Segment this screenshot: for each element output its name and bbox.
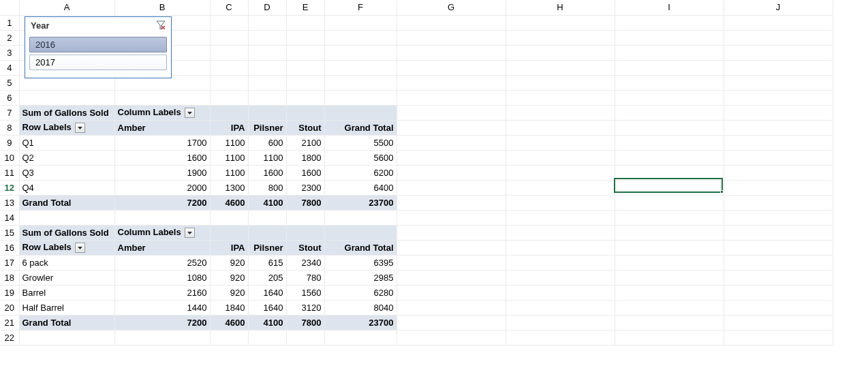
pivot-value[interactable]: 2300	[286, 180, 324, 195]
year-slicer[interactable]: Year 20162017	[25, 16, 172, 78]
pivot-column-header[interactable]: Grand Total	[324, 240, 397, 255]
pivot-value[interactable]: 8040	[324, 300, 397, 315]
cell[interactable]	[506, 330, 615, 345]
cell[interactable]	[248, 15, 286, 30]
cell[interactable]	[724, 120, 833, 135]
pivot-value[interactable]: 6280	[324, 285, 397, 300]
pivot-row-labels[interactable]: Row Labels	[19, 240, 114, 255]
cell[interactable]	[397, 75, 506, 90]
pivot-value[interactable]: 615	[248, 255, 286, 270]
pivot-grand-total-value[interactable]: 7800	[286, 315, 324, 330]
cell[interactable]	[397, 255, 506, 270]
row-header[interactable]: 15	[0, 225, 19, 240]
cell[interactable]	[615, 180, 724, 195]
cell[interactable]	[248, 105, 286, 120]
cell[interactable]	[286, 60, 324, 75]
cell[interactable]	[210, 90, 248, 105]
cell[interactable]	[615, 330, 724, 345]
cell[interactable]	[506, 240, 615, 255]
column-header[interactable]: I	[615, 0, 724, 15]
pivot-value[interactable]: 1900	[114, 165, 210, 180]
pivot-grand-total-value[interactable]: 23700	[324, 195, 397, 210]
cell[interactable]	[724, 210, 833, 225]
row-header[interactable]: 19	[0, 285, 19, 300]
cell[interactable]	[724, 195, 833, 210]
pivot-grand-total-value[interactable]: 4600	[210, 315, 248, 330]
pivot-column-header[interactable]: IPA	[210, 120, 248, 135]
cell[interactable]	[506, 300, 615, 315]
row-header[interactable]: 4	[0, 60, 19, 75]
pivot-column-header[interactable]: Amber	[114, 120, 210, 135]
cell[interactable]	[210, 15, 248, 30]
cell[interactable]	[506, 210, 615, 225]
pivot-measure-label[interactable]: Sum of Gallons Sold	[19, 105, 114, 120]
pivot-value[interactable]: 1560	[286, 285, 324, 300]
pivot-value[interactable]: 1600	[114, 150, 210, 165]
cell[interactable]	[724, 240, 833, 255]
pivot-value[interactable]: 600	[248, 135, 286, 150]
cell[interactable]	[248, 30, 286, 45]
cell[interactable]	[724, 180, 833, 195]
column-labels-filter-button[interactable]	[185, 228, 195, 238]
cell[interactable]	[286, 45, 324, 60]
pivot-value[interactable]: 1840	[210, 300, 248, 315]
pivot-row-label[interactable]: Q2	[19, 150, 114, 165]
pivot-value[interactable]: 920	[210, 255, 248, 270]
cell[interactable]	[724, 315, 833, 330]
pivot-row-label[interactable]: Q4	[19, 180, 114, 195]
pivot-row-label[interactable]: 6 pack	[19, 255, 114, 270]
cell[interactable]	[506, 270, 615, 285]
row-header[interactable]: 9	[0, 135, 19, 150]
row-header[interactable]: 10	[0, 150, 19, 165]
cell[interactable]	[615, 15, 724, 30]
cell[interactable]	[724, 330, 833, 345]
pivot-measure-label[interactable]: Sum of Gallons Sold	[19, 225, 114, 240]
cell[interactable]	[615, 240, 724, 255]
row-header[interactable]: 6	[0, 90, 19, 105]
cell[interactable]	[324, 330, 397, 345]
pivot-value[interactable]: 1600	[248, 165, 286, 180]
pivot-column-header[interactable]: Pilsner	[248, 240, 286, 255]
cell[interactable]	[506, 315, 615, 330]
pivot-value[interactable]: 2160	[114, 285, 210, 300]
cell[interactable]	[615, 255, 724, 270]
cell[interactable]	[286, 225, 324, 240]
column-labels-filter-button[interactable]	[185, 108, 195, 118]
cell[interactable]	[724, 30, 833, 45]
pivot-column-header[interactable]: Stout	[286, 120, 324, 135]
cell[interactable]	[724, 300, 833, 315]
pivot-grand-total-value[interactable]: 7200	[114, 195, 210, 210]
column-header[interactable]: G	[397, 0, 506, 15]
pivot-value[interactable]: 2100	[286, 135, 324, 150]
cell[interactable]	[324, 45, 397, 60]
cell[interactable]	[506, 150, 615, 165]
pivot-grand-total-label[interactable]: Grand Total	[19, 195, 114, 210]
pivot-value[interactable]: 920	[210, 285, 248, 300]
cell[interactable]	[397, 45, 506, 60]
cell[interactable]	[397, 240, 506, 255]
cell[interactable]	[286, 75, 324, 90]
cell[interactable]	[397, 180, 506, 195]
cell[interactable]	[397, 285, 506, 300]
pivot-value[interactable]: 2000	[114, 180, 210, 195]
cell[interactable]	[210, 45, 248, 60]
pivot-value[interactable]: 1300	[210, 180, 248, 195]
cell[interactable]	[210, 75, 248, 90]
cell[interactable]	[286, 330, 324, 345]
pivot-value[interactable]: 1100	[248, 150, 286, 165]
pivot-grand-total-value[interactable]: 4100	[248, 315, 286, 330]
cell[interactable]	[724, 225, 833, 240]
cell[interactable]	[397, 30, 506, 45]
cell[interactable]	[506, 180, 615, 195]
pivot-value[interactable]: 3120	[286, 300, 324, 315]
cell[interactable]	[324, 225, 397, 240]
column-header[interactable]: E	[286, 0, 324, 15]
cell[interactable]	[19, 90, 114, 105]
clear-filter-icon[interactable]	[155, 20, 167, 31]
cell[interactable]	[397, 225, 506, 240]
cell[interactable]	[615, 195, 724, 210]
pivot-value[interactable]: 6395	[324, 255, 397, 270]
cell[interactable]	[248, 60, 286, 75]
cell[interactable]	[397, 210, 506, 225]
row-header[interactable]: 13	[0, 195, 19, 210]
